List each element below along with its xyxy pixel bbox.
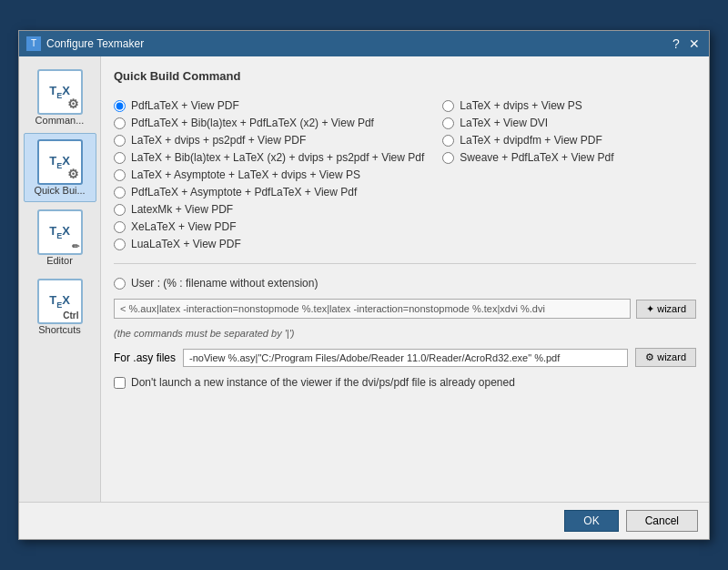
radio-row-6: LatexMk + View PDF [114,203,424,216]
radio-label-optr4[interactable]: Sweave + PdfLaTeX + View Pdf [460,151,613,164]
dialog-icon: T [26,36,41,51]
radio-row-2: LaTeX + dvips + ps2pdf + View PDF [114,134,424,147]
asy-files-label: For .asy files [114,351,176,364]
radio-opt3[interactable] [114,135,126,147]
quickbuild-icon: TEX ⚙ [37,139,83,185]
radio-row-4: LaTeX + Asymptote + LaTeX + dvips + View… [114,168,424,181]
sidebar-label-quickbuild: Quick Bui... [34,185,85,196]
radio-optr2[interactable] [442,117,454,129]
radio-opt-user[interactable] [114,278,126,290]
configure-texmaker-dialog: T Configure Texmaker ? ✕ TEX ⚙ Comman...… [18,30,710,540]
sidebar-label-shortcuts: Shortcuts [38,324,80,335]
wizard-button-2[interactable]: ⚙ wizard [635,348,696,367]
commands-icon: TEX ⚙ [37,69,83,115]
radio-label-user[interactable]: User : (% : filename without extension) [131,277,318,290]
command-input-row: < %.aux|latex -interaction=nonstopmode %… [114,299,696,319]
asy-files-input[interactable] [183,349,628,367]
editor-icon: TEX ✏ [37,209,83,255]
radio-label-opt5[interactable]: LaTeX + Asymptote + LaTeX + dvips + View… [131,168,360,181]
radio-label-opt8[interactable]: XeLaTeX + View PDF [131,220,237,233]
radio-row-r2: LaTeX + dvipdfm + View PDF [442,134,696,147]
divider-1 [114,263,696,264]
sidebar: TEX ⚙ Comman... TEX ⚙ Quick Bui... TEX ✏… [19,56,101,502]
radio-optr4[interactable] [442,152,454,164]
radio-opt8[interactable] [114,221,126,233]
sidebar-item-editor[interactable]: TEX ✏ Editor [24,204,96,271]
radio-label-optr2[interactable]: LaTeX + View DVI [460,117,548,129]
radio-opt4[interactable] [114,152,126,164]
title-bar: T Configure Texmaker ? ✕ [19,31,709,56]
sidebar-item-commands[interactable]: TEX ⚙ Comman... [24,64,96,131]
radio-row-3: LaTeX + Bib(la)tex + LaTeX (x2) + dvips … [114,151,424,164]
radio-label-opt2[interactable]: PdfLaTeX + Bib(la)tex + PdfLaTeX (x2) + … [131,117,374,129]
radio-label-opt6[interactable]: PdfLaTeX + Asymptote + PdfLaTeX + View P… [131,186,357,198]
radio-label-opt1[interactable]: PdfLaTeX + View PDF [131,99,239,112]
radio-col-right: LaTeX + dvips + View PS LaTeX + View DVI… [442,99,696,250]
shortcuts-icon: TEX Ctrl [37,279,83,324]
radio-row-5: PdfLaTeX + Asymptote + PdfLaTeX + View P… [114,186,424,198]
radio-row-user: User : (% : filename without extension) [114,277,696,290]
radio-row-1: PdfLaTeX + Bib(la)tex + PdfLaTeX (x2) + … [114,117,424,129]
radio-opt5[interactable] [114,169,126,181]
radio-opt1[interactable] [114,100,126,112]
title-bar-buttons: ? ✕ [669,36,702,51]
title-bar-left: T Configure Texmaker [26,36,144,51]
radio-row-7: XeLaTeX + View PDF [114,220,424,233]
radio-label-opt7[interactable]: LatexMk + View PDF [131,203,233,216]
no-new-instance-checkbox[interactable] [114,377,126,389]
radio-label-optr1[interactable]: LaTeX + dvips + View PS [460,99,582,112]
wizard-button-1[interactable]: ✦ wizard [636,300,696,319]
checkbox-label[interactable]: Don't launch a new instance of the viewe… [131,376,515,389]
sidebar-label-editor: Editor [46,255,73,266]
radio-optr3[interactable] [442,135,454,147]
sidebar-label-commands: Comman... [35,115,85,126]
dialog-footer: OK Cancel [19,502,709,539]
radio-label-opt3[interactable]: LaTeX + dvips + ps2pdf + View PDF [131,134,306,147]
radio-row-r3: Sweave + PdfLaTeX + View Pdf [442,151,696,164]
checkbox-row: Don't launch a new instance of the viewe… [114,376,696,389]
radio-opt6[interactable] [114,187,126,198]
dialog-body: TEX ⚙ Comman... TEX ⚙ Quick Bui... TEX ✏… [19,56,709,502]
sidebar-item-shortcuts[interactable]: TEX Ctrl Shortcuts [24,273,96,341]
dialog-title: Configure Texmaker [46,37,144,50]
radio-columns: PdfLaTeX + View PDF PdfLaTeX + Bib(la)te… [114,99,696,250]
radio-row-r1: LaTeX + View DVI [442,117,696,129]
radio-label-opt9[interactable]: LuaLaTeX + View PDF [131,238,241,250]
radio-col-left: PdfLaTeX + View PDF PdfLaTeX + Bib(la)te… [114,99,424,250]
cancel-button[interactable]: Cancel [626,510,698,532]
main-content: Quick Build Command PdfLaTeX + View PDF … [101,56,709,502]
sidebar-item-quickbuild[interactable]: TEX ⚙ Quick Bui... [24,133,96,202]
hint-text: (the commands must be separated by '|') [114,328,696,339]
asy-files-row: For .asy files ⚙ wizard [114,348,696,367]
radio-label-optr3[interactable]: LaTeX + dvipdfm + View PDF [460,134,602,147]
radio-opt9[interactable] [114,239,126,250]
radio-label-opt4[interactable]: LaTeX + Bib(la)tex + LaTeX (x2) + dvips … [131,151,424,164]
close-button[interactable]: ✕ [687,36,702,51]
radio-optr1[interactable] [442,100,454,112]
radio-opt7[interactable] [114,204,126,216]
help-button[interactable]: ? [669,36,683,51]
command-input[interactable]: < %.aux|latex -interaction=nonstopmode %… [114,299,631,319]
radio-row-0: PdfLaTeX + View PDF [114,99,424,112]
ok-button[interactable]: OK [564,510,618,532]
radio-row-r0: LaTeX + dvips + View PS [442,99,696,112]
section-title: Quick Build Command [114,69,696,83]
radio-row-8: LuaLaTeX + View PDF [114,238,424,250]
radio-opt2[interactable] [114,117,126,129]
